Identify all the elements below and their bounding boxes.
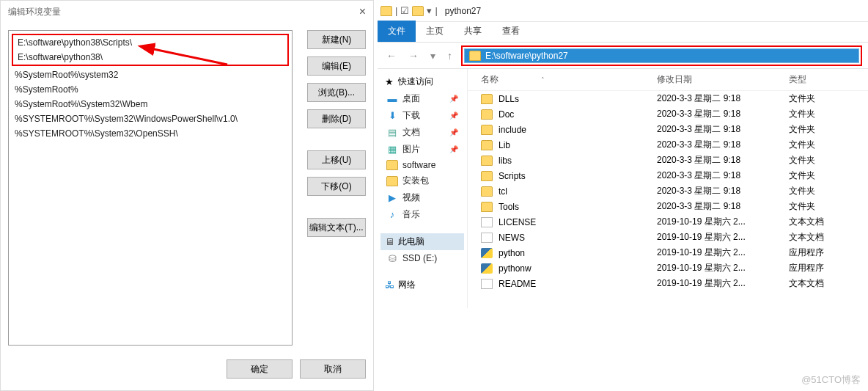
delete-button[interactable]: 删除(D) <box>307 109 366 128</box>
nav-this-pc[interactable]: 🖥此电脑 <box>380 233 464 250</box>
edit-button[interactable]: 编辑(E) <box>307 56 366 76</box>
file-type: 文件夹 <box>789 154 862 167</box>
folder-icon <box>380 6 392 16</box>
file-type: 应用程序 <box>789 262 862 274</box>
cancel-button[interactable]: 取消 <box>300 359 366 379</box>
column-headers[interactable]: 名称˄ 修改日期 类型 <box>468 69 868 91</box>
nav-install[interactable]: 安装包 <box>380 172 464 189</box>
table-row[interactable]: Tools2020-3-3 星期二 9:18文件夹 <box>468 199 868 214</box>
folder-icon <box>481 109 493 120</box>
tab-home[interactable]: 主页 <box>416 21 454 42</box>
file-date: 2019-10-19 星期六 2... <box>657 231 789 244</box>
folder-icon <box>481 186 493 197</box>
file-date: 2019-10-19 星期六 2... <box>657 246 789 259</box>
tab-view[interactable]: 查看 <box>492 21 530 42</box>
col-date-header[interactable]: 修改日期 <box>657 73 789 86</box>
pc-icon: 🖥 <box>383 236 395 248</box>
recent-dropdown-icon[interactable]: ▾ <box>427 50 438 62</box>
file-date: 2020-3-3 星期二 9:18 <box>657 169 789 182</box>
table-row[interactable]: pythonw2019-10-19 星期六 2...应用程序 <box>468 260 868 276</box>
divider: | <box>395 5 397 16</box>
table-row[interactable]: DLLs2020-3-3 星期二 9:18文件夹 <box>468 91 868 106</box>
star-icon: ★ <box>383 76 395 88</box>
file-type: 文本文档 <box>789 277 862 290</box>
music-icon: ♪ <box>386 209 398 221</box>
list-item[interactable]: %SystemRoot% <box>10 82 290 97</box>
nav-ssd-e[interactable]: ⛁SSD (E:) <box>380 250 464 266</box>
pin-icon: 📌 <box>449 95 458 103</box>
table-row[interactable]: tcl2020-3-3 星期二 9:18文件夹 <box>468 183 868 199</box>
nav-quick-access[interactable]: ★快速访问 <box>380 73 464 90</box>
move-up-button[interactable]: 上移(U) <box>307 150 366 169</box>
forward-icon[interactable]: → <box>405 50 422 62</box>
nav-software[interactable]: software <box>380 158 464 172</box>
table-row[interactable]: include2020-3-3 星期二 9:18文件夹 <box>468 122 868 137</box>
folder-icon <box>469 51 481 61</box>
tab-file[interactable]: 文件 <box>378 21 416 42</box>
file-name: LICENSE <box>499 217 536 227</box>
table-row[interactable]: Lib2020-3-3 星期二 9:18文件夹 <box>468 137 868 153</box>
close-icon[interactable]: × <box>359 5 366 18</box>
folder-icon <box>386 176 398 186</box>
nav-music[interactable]: ♪音乐 <box>380 206 464 223</box>
file-date: 2020-3-3 星期二 9:18 <box>657 139 789 151</box>
list-item[interactable]: %SystemRoot%\system32 <box>10 67 290 82</box>
col-type-header[interactable]: 类型 <box>789 73 862 86</box>
file-name: include <box>499 125 526 135</box>
file-type: 文件夹 <box>789 169 862 182</box>
move-down-button[interactable]: 下移(O) <box>307 177 366 196</box>
file-type: 文本文档 <box>789 216 862 228</box>
path-listbox[interactable]: E:\software\python38\Scripts\ E:\softwar… <box>8 30 293 346</box>
video-icon: ▶ <box>386 192 398 204</box>
check-icon[interactable]: ☑ <box>400 5 409 16</box>
nav-pictures[interactable]: ▦图片📌 <box>380 141 464 158</box>
file-type: 文件夹 <box>789 185 862 197</box>
table-row[interactable]: NEWS2019-10-19 星期六 2...文本文档 <box>468 230 868 245</box>
table-row[interactable]: Scripts2020-3-3 星期二 9:18文件夹 <box>468 168 868 183</box>
nav-downloads[interactable]: ⬇下载📌 <box>380 107 464 124</box>
nav-network[interactable]: 🖧网络 <box>380 277 464 293</box>
tab-share[interactable]: 共享 <box>454 21 492 42</box>
folder-icon <box>481 140 493 150</box>
table-row[interactable]: LICENSE2019-10-19 星期六 2...文本文档 <box>468 214 868 230</box>
nav-videos[interactable]: ▶视频 <box>380 189 464 206</box>
address-bar[interactable]: E:\software\python27 <box>464 48 859 63</box>
file-type: 文本文档 <box>789 231 862 244</box>
back-icon[interactable]: ← <box>383 50 400 62</box>
table-row[interactable]: README2019-10-19 星期六 2...文本文档 <box>468 276 868 291</box>
file-type: 文件夹 <box>789 139 862 151</box>
download-icon: ⬇ <box>386 110 398 122</box>
col-name-header[interactable]: 名称 <box>481 73 499 86</box>
nav-documents[interactable]: ▤文档📌 <box>380 124 464 141</box>
dropdown-icon[interactable]: ▾ <box>427 5 432 16</box>
file-date: 2020-3-3 星期二 9:18 <box>657 92 789 105</box>
file-name: Scripts <box>499 171 526 181</box>
file-name: python <box>499 248 525 258</box>
address-bar-row: ← → ▾ ↑ E:\software\python27 <box>378 43 868 69</box>
browse-button[interactable]: 浏览(B)... <box>307 83 366 102</box>
list-item[interactable]: %SYSTEMROOT%\System32\OpenSSH\ <box>10 126 290 141</box>
drive-icon: ⛁ <box>386 252 398 264</box>
env-var-dialog: 编辑环境变量 × E:\software\python38\Scripts\ E… <box>0 0 374 391</box>
folder-icon <box>481 94 493 104</box>
table-row[interactable]: python2019-10-19 星期六 2...应用程序 <box>468 245 868 260</box>
list-item[interactable]: %SystemRoot%\System32\Wbem <box>10 97 290 112</box>
file-name: Lib <box>499 140 510 150</box>
address-highlight: E:\software\python27 <box>461 45 862 66</box>
table-row[interactable]: Doc2020-3-3 星期二 9:18文件夹 <box>468 106 868 122</box>
edit-text-button[interactable]: 编辑文本(T)... <box>307 218 366 237</box>
table-row[interactable]: libs2020-3-3 星期二 9:18文件夹 <box>468 153 868 168</box>
list-item[interactable]: E:\software\python38\Scripts\ <box>13 35 287 50</box>
new-button[interactable]: 新建(N) <box>307 30 366 49</box>
up-icon[interactable]: ↑ <box>444 50 455 62</box>
py-icon <box>481 248 493 258</box>
list-item[interactable]: E:\software\python38\ <box>13 50 287 65</box>
file-date: 2020-3-3 星期二 9:18 <box>657 185 789 197</box>
file-type: 文件夹 <box>789 123 862 136</box>
nav-desktop[interactable]: ▬桌面📌 <box>380 90 464 107</box>
list-item[interactable]: %SYSTEMROOT%\System32\WindowsPowerShell\… <box>10 112 290 126</box>
dialog-titlebar: 编辑环境变量 × <box>1 1 373 23</box>
ok-button[interactable]: 确定 <box>227 359 293 379</box>
folder-icon <box>412 6 424 16</box>
file-name: pythonw <box>499 263 532 274</box>
